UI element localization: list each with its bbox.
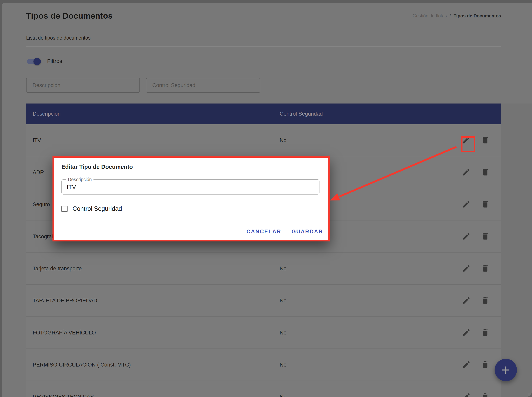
trash-icon — [481, 264, 490, 273]
cell-description: ITV — [33, 137, 41, 143]
breadcrumb: Gestión de flotas / Tipos de Documentos — [412, 13, 501, 19]
pencil-icon — [462, 264, 471, 273]
cell-description: Tarjeta de transporte — [33, 266, 82, 272]
page-right-margin — [501, 104, 532, 397]
dialog-title: Editar Tipo de Documento — [61, 164, 133, 170]
annotation-highlight-box — [461, 136, 475, 152]
edit-button[interactable] — [462, 168, 471, 177]
delete-button[interactable] — [481, 296, 490, 305]
breadcrumb-separator: / — [450, 13, 451, 19]
trash-icon — [481, 200, 490, 209]
add-document-type-button[interactable]: + — [494, 359, 517, 381]
table-header-row: Descripción Control Seguridad — [26, 104, 501, 124]
trash-icon — [481, 136, 490, 144]
delete-button[interactable] — [481, 200, 490, 209]
cell-control: No — [280, 362, 287, 368]
window-corner — [528, 393, 532, 397]
table-row: ITV No — [26, 124, 501, 156]
edit-button[interactable] — [462, 328, 471, 337]
trash-icon — [481, 392, 490, 397]
page-background: Tipos de Documentos Gestión de flotas / … — [2, 3, 532, 397]
pencil-icon — [462, 168, 471, 177]
control-seguridad-label: Control Seguridad — [72, 205, 122, 212]
edit-button[interactable] — [462, 296, 471, 305]
header-divider — [26, 46, 501, 47]
cell-description: TARJETA DE PROPIEDAD — [33, 298, 97, 304]
control-seguridad-row: Control Seguridad — [61, 205, 122, 212]
table-row: REVISIONES TECNICAS No — [26, 381, 501, 397]
trash-icon — [481, 360, 490, 369]
delete-button[interactable] — [481, 168, 490, 177]
description-field: Descripción — [61, 179, 319, 195]
delete-button[interactable] — [481, 232, 490, 241]
table-row: FOTOGRAFÍA VEHÍCULO No — [26, 317, 501, 349]
breadcrumb-parent-link[interactable]: Gestión de flotas — [412, 13, 447, 19]
edit-button[interactable] — [462, 392, 471, 397]
trash-icon — [481, 296, 490, 305]
column-header-control: Control Seguridad — [280, 104, 323, 124]
delete-button[interactable] — [481, 360, 490, 370]
cell-description: PERMISO CIRCULACIÓN ( Const. MTC) — [33, 362, 131, 368]
cell-description: ADR — [33, 169, 44, 175]
cell-description: REVISIONES TECNICAS — [33, 394, 94, 397]
filter-control-input[interactable] — [146, 78, 260, 93]
delete-button[interactable] — [481, 328, 490, 337]
document-types-table: Descripción Control Seguridad ITV No ADR… — [26, 104, 501, 397]
control-seguridad-checkbox[interactable] — [61, 206, 68, 212]
edit-button[interactable] — [462, 200, 471, 209]
filters-toggle-label: Filtros — [47, 58, 62, 64]
cell-control: No — [280, 266, 287, 272]
trash-icon — [481, 168, 490, 177]
delete-button[interactable] — [481, 264, 490, 273]
pencil-icon — [462, 200, 471, 209]
filters-toggle-knob[interactable] — [33, 58, 41, 65]
cancel-button[interactable]: CANCELAR — [247, 229, 281, 235]
delete-button[interactable] — [481, 392, 490, 397]
edit-document-type-dialog: Editar Tipo de Documento Descripción Con… — [52, 156, 330, 242]
table-row: TARJETA DE PROPIEDAD No — [26, 285, 501, 317]
cell-control: No — [280, 394, 287, 397]
pencil-icon — [462, 392, 471, 397]
pencil-icon — [462, 296, 471, 305]
cell-control: No — [280, 298, 287, 304]
page-subtitle: Lista de tipos de documentos — [26, 35, 90, 41]
column-header-description: Descripción — [33, 104, 61, 124]
pencil-icon — [462, 328, 471, 337]
trash-icon — [481, 328, 490, 337]
description-input[interactable] — [62, 180, 319, 194]
pencil-icon — [462, 232, 471, 241]
edit-button[interactable] — [462, 264, 471, 273]
plus-icon: + — [501, 362, 510, 378]
delete-button[interactable] — [481, 136, 490, 145]
edit-button[interactable] — [462, 360, 471, 370]
save-button[interactable]: GUARDAR — [291, 229, 323, 235]
filters-toggle-group: Filtros — [26, 57, 86, 69]
cell-control: No — [280, 330, 287, 336]
filter-description-input[interactable] — [26, 78, 140, 93]
table-row: Tarjeta de transporte No — [26, 253, 501, 285]
cell-control: No — [280, 137, 287, 143]
breadcrumb-current: Tipos de Documentos — [454, 13, 501, 19]
pencil-icon — [462, 360, 471, 369]
dialog-actions: CANCELAR GUARDAR — [247, 229, 323, 235]
cell-description: Seguro — [33, 201, 50, 208]
table-row: PERMISO CIRCULACIÓN ( Const. MTC) No — [26, 349, 501, 381]
page-title: Tipos de Documentos — [26, 11, 113, 21]
trash-icon — [481, 232, 490, 241]
cell-description: FOTOGRAFÍA VEHÍCULO — [33, 330, 96, 336]
edit-button[interactable] — [462, 232, 471, 241]
